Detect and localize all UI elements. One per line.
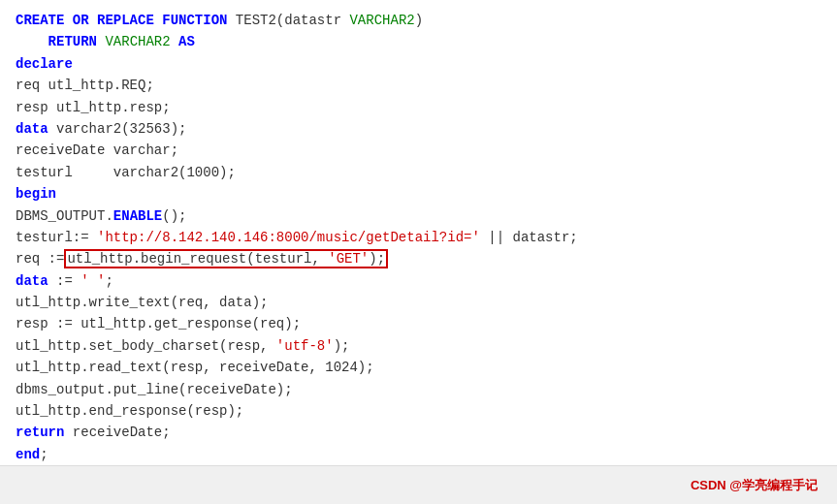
code-line-6: data varchar2(32563);: [16, 118, 821, 140]
code-line-1: CREATE OR REPLACE FUNCTION TEST2(datastr…: [16, 10, 821, 31]
code-line-15: utl_http.write_text(req, data);: [16, 292, 821, 313]
code-line-5: resp utl_http.resp;: [16, 97, 821, 118]
code-line-18: utl_http.read_text(resp, receiveDate, 10…: [16, 357, 821, 378]
code-line-13: data := ' ';: [16, 270, 821, 292]
code-line-12: req :=utl_http.begin_request(testurl, 'G…: [16, 248, 821, 269]
code-line-11: testurl:= 'http://8.142.140.146:8000/mus…: [16, 227, 821, 248]
code-line-7: receiveDate varchar;: [16, 140, 821, 161]
code-line-2: RETURN VARCHAR2 AS: [16, 31, 821, 52]
footer-brand: CSDN @学亮编程手记: [691, 477, 818, 494]
code-line-10: DBMS_OUTPUT.ENABLE();: [16, 205, 821, 227]
code-line-8: testurl varchar2(1000);: [16, 162, 821, 183]
code-line-20: utl_http.end_response(resp);: [16, 400, 821, 422]
code-line-9: begin: [16, 183, 821, 205]
code-line-16: resp := utl_http.get_response(req);: [16, 313, 821, 334]
code-editor: CREATE OR REPLACE FUNCTION TEST2(datastr…: [0, 0, 837, 465]
code-line-3: declare: [16, 53, 821, 75]
code-line-21: return receiveDate;: [16, 422, 821, 443]
code-line-17: utl_http.set_body_charset(resp, 'utf-8')…: [16, 335, 821, 357]
code-line-22: end;: [16, 444, 821, 465]
code-line-19: dbms_output.put_line(receiveDate);: [16, 379, 821, 400]
footer-bar: CSDN @学亮编程手记: [0, 465, 837, 504]
code-line-4: req utl_http.REQ;: [16, 75, 821, 96]
